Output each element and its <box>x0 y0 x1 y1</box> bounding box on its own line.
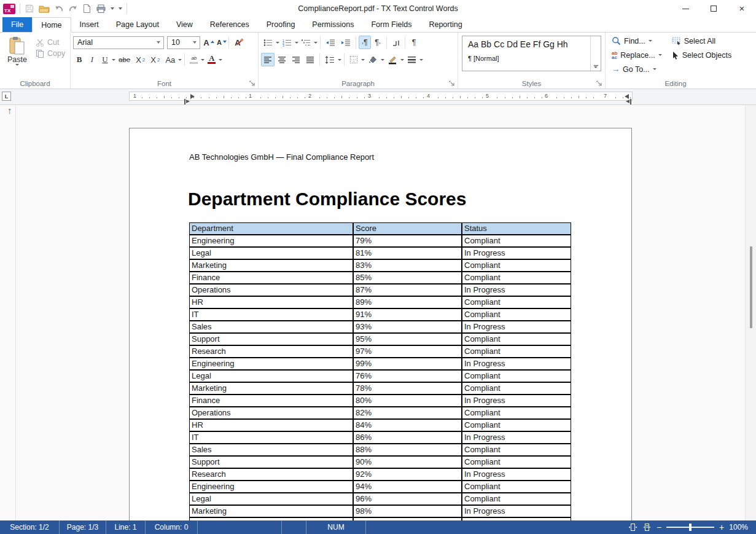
tab-home[interactable]: Home <box>32 17 71 33</box>
justify-button[interactable] <box>303 53 317 66</box>
bullet-list-dropdown-arrow[interactable] <box>276 42 279 44</box>
clear-formatting-button[interactable]: A <box>232 36 244 49</box>
highlight-dropdown-arrow[interactable] <box>201 59 205 61</box>
bullet-list-button[interactable] <box>261 36 275 49</box>
document-area[interactable]: ↑ AB Technologies GmbH — Final Complianc… <box>0 104 756 520</box>
border-color-button[interactable] <box>385 53 400 66</box>
superscript-button[interactable]: X2 <box>148 53 162 66</box>
tab-reporting[interactable]: Reporting <box>420 17 470 32</box>
tab-view[interactable]: View <box>168 17 201 32</box>
align-left-button[interactable] <box>261 53 275 66</box>
scrollbar-thumb[interactable] <box>750 246 752 328</box>
document-page[interactable]: AB Technologies GmbH — Final Compliance … <box>129 128 632 520</box>
print-dropdown-arrow[interactable] <box>111 7 114 10</box>
zoom-slider-thumb[interactable] <box>689 524 692 531</box>
grow-font-button[interactable]: A <box>201 36 213 49</box>
right-indent-marker[interactable] <box>625 94 629 99</box>
redo-button[interactable] <box>68 2 78 15</box>
paste-button[interactable]: Paste <box>2 35 32 78</box>
underline-dropdown-arrow[interactable] <box>112 59 115 61</box>
numbered-list-button[interactable]: 123 <box>280 36 294 49</box>
minimize-button[interactable] <box>671 0 699 17</box>
customize-toolbar-dropdown-arrow[interactable] <box>119 7 122 10</box>
tab-references[interactable]: References <box>201 17 258 32</box>
right-to-left-button[interactable]: ¶› <box>372 36 384 49</box>
tab-selector-button[interactable]: L <box>2 92 11 101</box>
font-dialog-launcher[interactable] <box>249 80 255 87</box>
font-color-dropdown-arrow[interactable] <box>219 59 222 61</box>
style-gallery[interactable]: Aa Bb Cc Dd Ee Ff Gg Hh ¶ [Normal] <box>462 36 601 71</box>
formatting-marks-button[interactable]: ¶ <box>408 36 420 49</box>
font-size-combobox[interactable]: 10 <box>167 36 200 49</box>
tab-file[interactable]: File <box>2 17 32 32</box>
increase-indent-button[interactable] <box>338 36 353 49</box>
font-color-button[interactable]: A <box>205 53 218 66</box>
multilevel-list-button[interactable] <box>299 36 313 49</box>
replace-button[interactable]: abac Replace... <box>612 49 662 61</box>
tab-insert[interactable]: Insert <box>71 17 107 32</box>
maximize-button[interactable] <box>699 0 728 17</box>
tab-form-fields[interactable]: Form Fields <box>362 17 420 32</box>
goto-button[interactable]: → Go To... <box>612 63 662 75</box>
line-style-button[interactable] <box>405 53 419 66</box>
decrease-indent-button[interactable] <box>323 36 338 49</box>
left-to-right-button[interactable]: ‹¶ <box>359 36 371 49</box>
zoom-slider[interactable] <box>666 527 714 528</box>
align-center-button[interactable] <box>275 53 289 66</box>
subscript-button[interactable]: X2 <box>133 53 147 66</box>
paste-dropdown-arrow[interactable] <box>15 64 19 66</box>
line-style-dropdown-arrow[interactable] <box>419 59 423 61</box>
undo-button[interactable] <box>54 2 64 15</box>
strikethrough-button[interactable]: abe <box>116 53 133 66</box>
horizontal-ruler[interactable]: 11234567 <box>129 92 633 101</box>
tx-app-icon[interactable]: TX <box>3 4 15 14</box>
cut-button[interactable]: Cut <box>36 38 65 47</box>
styles-dialog-launcher[interactable] <box>596 80 602 87</box>
highlight-button[interactable]: ab <box>187 53 200 66</box>
save-button[interactable] <box>25 2 34 15</box>
open-button[interactable] <box>39 2 50 15</box>
document-table[interactable]: DepartmentScoreStatusEngineering79%Compl… <box>189 222 571 520</box>
goto-dropdown-arrow[interactable] <box>653 68 657 70</box>
zoom-in-button[interactable]: + <box>719 524 724 531</box>
multilevel-list-dropdown-arrow[interactable] <box>314 42 318 44</box>
underline-button[interactable]: U <box>99 53 111 66</box>
fit-width-icon[interactable] <box>642 523 652 532</box>
new-document-button[interactable] <box>82 2 92 15</box>
borders-dropdown-arrow[interactable] <box>361 59 365 61</box>
left-indent-marker[interactable] <box>184 99 185 104</box>
italic-button[interactable]: I <box>86 53 98 66</box>
shrink-font-button[interactable]: A <box>214 36 226 49</box>
shading-button[interactable] <box>365 53 380 66</box>
select-all-button[interactable]: Select All <box>672 35 732 47</box>
change-case-dropdown-arrow[interactable] <box>178 59 182 61</box>
find-button[interactable]: Find... <box>612 35 662 47</box>
close-button[interactable]: × <box>728 0 756 17</box>
select-objects-button[interactable]: Select Objects <box>672 49 732 61</box>
replace-dropdown-arrow[interactable] <box>658 54 662 56</box>
print-button[interactable] <box>96 2 106 15</box>
tab-page-layout[interactable]: Page Layout <box>107 17 168 32</box>
style-gallery-more-button[interactable] <box>590 36 601 71</box>
borders-button[interactable] <box>347 53 360 66</box>
border-color-dropdown-arrow[interactable] <box>400 59 404 61</box>
line-spacing-button[interactable] <box>322 53 337 66</box>
line-spacing-dropdown-arrow[interactable] <box>338 59 341 61</box>
bold-button[interactable]: B <box>73 53 85 66</box>
paragraph-dialog-launcher[interactable] <box>449 80 455 87</box>
zoom-out-button[interactable]: − <box>657 524 661 531</box>
change-case-button[interactable]: Aa <box>163 53 177 66</box>
copy-button[interactable]: Copy <box>36 49 65 58</box>
tab-proofing[interactable]: Proofing <box>258 17 304 32</box>
right-margin-marker[interactable] <box>630 99 631 104</box>
vertical-scrollbar[interactable] <box>745 105 756 520</box>
tab-permissions[interactable]: Permissions <box>303 17 362 32</box>
align-right-button[interactable] <box>289 53 303 66</box>
font-family-combobox[interactable]: Arial <box>73 36 164 49</box>
numbered-list-dropdown-arrow[interactable] <box>295 42 298 44</box>
shading-dropdown-arrow[interactable] <box>381 59 384 61</box>
ruler-tick <box>408 97 409 98</box>
find-dropdown-arrow[interactable] <box>649 40 652 42</box>
tab-stop-button[interactable] <box>389 36 402 49</box>
fit-page-icon[interactable] <box>628 523 637 532</box>
